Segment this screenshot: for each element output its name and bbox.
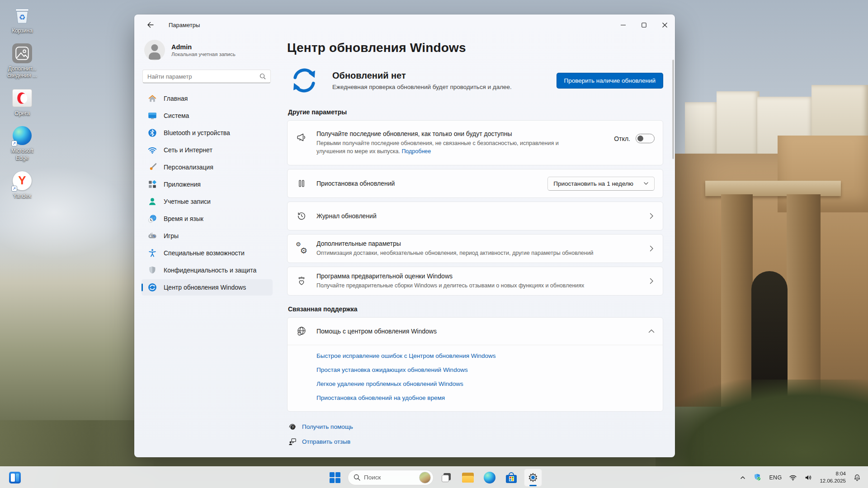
sidebar-item-network-internet[interactable]: Сеть и Интернет [142,142,273,158]
help-link[interactable]: Легкое удаление проблемных обновлений Wi… [316,380,655,387]
card-title: Получайте последние обновления, как толь… [316,130,614,137]
wifi-tray-icon[interactable] [786,469,800,487]
help-expander-header[interactable]: ? Помощь с центром обновления Windows [288,318,663,345]
titlebar: Параметры [134,14,675,35]
check-updates-button[interactable]: Проверить наличие обновлений [557,73,663,89]
insider-program-icon [296,276,307,286]
desktop-icon-edge[interactable]: ↗ Microsoft Edge [3,125,42,162]
help-link[interactable]: Быстрое исправление ошибок с Центром обн… [316,352,655,359]
minimize-button[interactable] [613,14,633,35]
sidebar-item-gaming[interactable]: Игры [142,228,273,244]
chevron-right-icon [648,278,655,284]
desktop-icon-label: Opera [14,110,29,117]
accessibility-icon [147,248,157,258]
sidebar-item-privacy-security[interactable]: Конфиденциальность и защита [142,262,273,278]
pause-duration-dropdown[interactable]: Приостановить на 1 неделю [547,177,655,191]
account-header[interactable]: Admin Локальная учетная запись [142,37,273,70]
sidebar-item-label: Bluetooth и устройства [164,129,230,136]
settings-window: Параметры Admin Локальная учетная запись [134,14,675,457]
volume-tray-icon[interactable] [801,469,816,487]
wallpaper-bridge-column [721,194,753,407]
card-title: Дополнительные параметры [316,240,648,247]
sidebar-item-label: Время и язык [164,215,203,222]
maximize-button[interactable] [633,14,654,35]
desktop-icon-label: Microsoft Edge [11,148,33,162]
section-label-other: Другие параметры [288,108,663,116]
notification-bell-button[interactable]: z [850,469,864,487]
language-indicator[interactable]: ENG [766,469,785,487]
desktop-icon-recycle-bin[interactable]: ♻ Корзина [3,5,42,35]
chevron-up-icon [648,328,655,334]
sidebar-item-label: Сеть и Интернет [164,146,212,154]
sidebar-item-apps[interactable]: Приложения [142,176,273,192]
card-title: Приостановка обновлений [316,180,547,187]
help-link[interactable]: Приостановка обновлений на удобное время [316,394,655,401]
sidebar-item-bluetooth-devices[interactable]: Bluetooth и устройства [142,125,273,141]
settings-search-input[interactable]: Найти параметр [142,70,271,83]
search-placeholder: Найти параметр [147,73,259,80]
start-button[interactable] [326,469,344,487]
desktop-icon-additional-info[interactable]: Дополнит... сведения ... [3,42,42,80]
card-latest-updates[interactable]: Получайте последние обновления, как толь… [287,120,663,165]
desktop-icon-yandex[interactable]: Y ↗ Yandex [3,170,42,200]
system-tray: ENG 8:04 12.06.2025 z [736,467,864,488]
gamepad-icon [147,231,157,241]
shortcut-arrow-icon: ↗ [11,186,17,192]
svg-text:?: ? [292,426,294,430]
sidebar-item-label: Персонализация [164,164,213,171]
desktop-icon-column: ♻ Корзина Дополнит... сведения ... [3,5,42,200]
edge-button[interactable] [481,469,499,487]
desktop-icon-opera[interactable]: Opera [3,87,42,117]
send-feedback-link[interactable]: Отправить отзыв [288,437,663,446]
taskbar-search[interactable]: Поиск [348,470,434,485]
get-help-link[interactable]: ? Получить помощь [288,422,663,431]
file-explorer-button[interactable] [459,469,477,487]
card-insider-program[interactable]: Программа предварительной оценки Windows… [287,267,663,296]
windows-security-tray-icon[interactable] [750,469,765,487]
svg-text:?: ? [299,332,301,335]
time-language-icon [147,214,157,224]
sidebar-item-accounts[interactable]: Учетные записи [142,193,273,210]
window-scrollbar[interactable] [672,60,674,159]
help-link[interactable]: Простая установка ожидающих обновлений W… [316,366,655,373]
settings-sidebar: Admin Локальная учетная запись Найти пар… [134,35,278,457]
brush-icon [147,162,157,173]
selection-indicator [142,284,143,291]
back-button[interactable] [143,18,158,32]
bell-icon: z [853,474,861,482]
card-advanced-options[interactable]: ⚙ ⚙ Дополнительные параметры Оптимизация… [287,234,663,263]
sidebar-item-accessibility[interactable]: Специальные возможности [142,245,273,261]
system-icon [147,111,157,121]
widgets-button[interactable] [6,469,24,486]
sidebar-item-windows-update[interactable]: Центр обновления Windows [142,279,273,296]
close-button[interactable] [654,14,675,35]
gear-icon: ⚙ [526,471,540,484]
chevron-down-icon [643,181,649,186]
latest-updates-toggle[interactable] [636,134,655,143]
sidebar-item-personalization[interactable]: Персонализация [142,159,273,175]
sidebar-item-system[interactable]: Система [142,108,273,124]
tray-date: 12.06.2025 [820,478,846,485]
card-update-history[interactable]: Журнал обновлений [287,202,663,230]
page-title: Центр обновления Windows [287,41,663,55]
chevron-right-icon [648,245,655,252]
clock[interactable]: 8:04 12.06.2025 [816,469,849,487]
learn-more-link[interactable]: Подробнее [401,148,431,155]
bluetooth-icon [147,128,157,138]
sidebar-item-time-language[interactable]: Время и язык [142,211,273,227]
desktop-icon-label: Yandex [13,193,31,200]
help-links: Быстрое исправление ошибок с Центром обн… [288,345,663,411]
task-view-button[interactable] [437,469,455,487]
sidebar-item-label: Специальные возможности [164,249,245,257]
settings-button[interactable]: ⚙ [524,469,542,487]
tray-overflow-button[interactable] [736,469,749,487]
card-description: Оптимизация доставки, необязательные обн… [316,249,648,257]
sidebar-item-label: Игры [164,232,179,239]
card-pause-updates[interactable]: Приостановка обновлений Приостановить на… [287,169,663,198]
help-expander: ? Помощь с центром обновления Windows Бы… [287,317,663,412]
microsoft-store-button[interactable] [502,469,520,487]
sync-arrows-icon [289,65,320,96]
sidebar-item-home[interactable]: Главная [142,90,273,107]
update-status-subtext: Ежедневная проверка обновлений будет про… [332,84,544,90]
account-icon [147,197,157,207]
